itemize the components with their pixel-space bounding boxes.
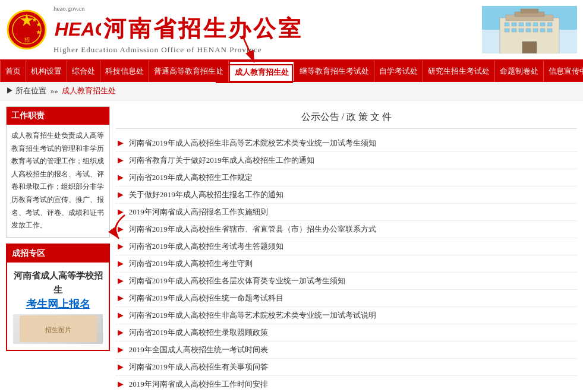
article-bullet: ► [116, 189, 125, 200]
sidebar-special-content: 河南省成人高等学校招生 考生网上报名 招生图片 [7, 263, 109, 350]
article-list-item: ►河南省2019年成人高校招生录取照顾政策 [116, 324, 577, 342]
heao-logo: HEAO [53, 13, 101, 44]
article-list-item: ►河南省2019年成人高校招生考试考生答题须知 [116, 238, 577, 255]
article-link[interactable]: 河南省2019年成人高校招生统一命题考试科目 [129, 293, 283, 304]
svg-text:HEAO: HEAO [55, 18, 101, 40]
article-bullet: ► [116, 276, 125, 286]
svg-text:招: 招 [24, 37, 30, 43]
svg-rect-24 [526, 29, 531, 32]
site-title-en: Higher Education Admission Office of HEN… [53, 45, 482, 55]
page-header: 招 heao.gov.cn HEAO 河南省招生办公室 Higher Educa… [0, 0, 583, 61]
nav-info-center[interactable]: 信息宣传中心 [544, 61, 583, 82]
svg-rect-22 [512, 29, 516, 32]
svg-rect-23 [519, 29, 524, 32]
sidebar-duties-title: 工作职责 [7, 107, 109, 125]
site-logo-text: HEAO 河南省招生办公室 [53, 13, 482, 44]
svg-rect-17 [526, 23, 531, 26]
svg-text:招生图片: 招生图片 [45, 326, 71, 333]
article-list-item: ►河南省2019年成人高校招生有关事项问答 [116, 359, 577, 376]
svg-rect-26 [540, 29, 545, 32]
article-bullet: ► [116, 241, 125, 252]
nav-postgrad[interactable]: 研究生招生考试处 [423, 61, 495, 82]
article-list-item: ►河南省教育厅关于做好2019年成人高校招生工作的通知 [116, 152, 577, 169]
article-link[interactable]: 河南省2019年成人高校招生工作规定 [129, 172, 253, 183]
article-list-item: ►河南省2019年成人高校招生考生守则 [116, 255, 577, 273]
sidebar-special-text: 河南省成人高等学校招生 [13, 268, 103, 297]
site-title-block: heao.gov.cn HEAO 河南省招生办公室 Higher Educati… [53, 5, 482, 55]
nav-continuing-edu[interactable]: 继等教育招生考试处 [295, 61, 374, 82]
article-bullet: ► [116, 344, 125, 355]
article-list-item: ►河南省2019年成人高校招生工作规定 [116, 169, 577, 186]
sidebar-duties-section: 工作职责 成人教育招生处负责成人高等教育招生考试的管理和非学历教育考试的管理工作… [6, 106, 110, 238]
sidebar-duties-content: 成人教育招生处负责成人高等教育招生考试的管理和非学历教育考试的管理工作；组织成人… [7, 125, 109, 237]
article-list-item: ►河南省2019年成人高校招生非高等艺术院校艺术类专业统一加试考试说明 [116, 307, 577, 324]
article-list-item: ►河南省2019年成人高校招生省辖市、省直管县（市）招生办公室联系方式 [116, 221, 577, 238]
article-link[interactable]: 河南省2019年成人高校招生各层次体育类专业统一加试考生须知 [129, 276, 345, 286]
svg-rect-14 [505, 23, 509, 26]
site-domain: heao.gov.cn [53, 5, 482, 12]
article-bullet: ► [116, 138, 125, 148]
article-link[interactable]: 河南省2019年成人高校招生非高等艺术院校艺术类专业统一加试考试说明 [129, 310, 376, 321]
svg-rect-25 [533, 29, 538, 32]
article-link[interactable]: 河南省2019年成人高校招生有关事项问答 [129, 362, 268, 372]
nav-institution[interactable]: 机构设置 [26, 61, 67, 82]
article-list-item: ►河南省2019年成人高校招生统一命题考试科目 [116, 290, 577, 307]
svg-rect-27 [547, 29, 552, 32]
article-link[interactable]: 河南省2019年成人高校招生录取照顾政策 [129, 327, 268, 338]
article-list-item: ►河南省2019年成人高校招生非高等艺术院校艺术类专业统一加试考生须知 [116, 135, 577, 152]
article-list-item: ►2019年全国成人高校招生统一考试时间表 [116, 342, 577, 359]
nav-general[interactable]: 综合处 [67, 61, 100, 82]
sidebar-special-title: 成招专区 [7, 245, 109, 263]
nav-exam-design[interactable]: 命题制卷处 [495, 61, 544, 82]
main-content: 工作职责 成人教育招生处负责成人高等教育招生考试的管理和非学历教育考试的管理工作… [0, 100, 583, 392]
article-link[interactable]: 2019年全国成人高校招生统一考试时间表 [129, 344, 268, 355]
svg-rect-13 [521, 9, 538, 13]
article-link[interactable]: 河南省2019年成人高校招生非高等艺术院校艺术类专业统一加试考生须知 [129, 138, 376, 148]
svg-rect-16 [519, 23, 524, 26]
article-link[interactable]: 河南省2019年成人高校招生省辖市、省直管县（市）招生办公室联系方式 [129, 224, 376, 235]
article-bullet: ► [116, 362, 125, 372]
sidebar-special-link[interactable]: 考生网上报名 [13, 297, 103, 311]
article-bullet: ► [116, 327, 125, 338]
article-list-item: ►2019年河南省成人高招报名工作实施细则 [116, 204, 577, 221]
sidebar: 工作职责 成人教育招生处负责成人高等教育招生考试的管理和非学历教育考试的管理工作… [6, 106, 110, 392]
svg-rect-21 [505, 29, 509, 32]
breadcrumb-home[interactable]: 所在位置 [15, 86, 46, 95]
article-bullet: ► [116, 379, 125, 390]
svg-rect-28 [522, 42, 537, 53]
article-bullet: ► [116, 224, 125, 235]
nav-bar: 首页 机构设置 综合处 科技信息处 普通高等教育招生处 成人教育招生处 继等教育… [0, 61, 583, 82]
article-area: 公示公告 / 政 策 文 件 ►河南省2019年成人高校招生非高等艺术院校艺术类… [116, 106, 577, 392]
article-link[interactable]: 2019年河南省成人高招报名工作实施细则 [129, 207, 268, 217]
arrow-container: ►河南省2019年成人高校招生非高等艺术院校艺术类专业统一加试考生须知►河南省教… [116, 135, 577, 392]
article-section-title: 公示公告 / 政 策 文 件 [116, 106, 577, 129]
nav-regular-edu[interactable]: 普通高等教育招生处 [149, 61, 229, 82]
article-link[interactable]: 河南省2019年成人高校招生考生守则 [129, 258, 253, 269]
nav-adult-edu[interactable]: 成人教育招生处 [229, 61, 295, 82]
nav-home[interactable]: 首页 [0, 61, 26, 82]
article-link[interactable]: 关于做好2019年成人高校招生报名工作的通知 [129, 189, 283, 200]
article-list-item: ►2019年河南省成人高校招生工作时间安排 [116, 376, 577, 392]
svg-rect-20 [547, 23, 552, 26]
building-image [482, 6, 577, 53]
article-bullet: ► [116, 293, 125, 304]
breadcrumb-current: 成人教育招生处 [62, 86, 116, 95]
sidebar-special-section: 成招专区 河南省成人高等学校招生 考生网上报名 招生图片 [6, 244, 110, 351]
article-bullet: ► [116, 207, 125, 217]
article-bullet: ► [116, 310, 125, 321]
breadcrumb: ▶ 所在位置 »» 成人教育招生处 [0, 82, 583, 100]
site-title-cn: 河南省招生办公室 [103, 14, 303, 44]
article-list-item: ►关于做好2019年成人高校招生报名工作的通知 [116, 186, 577, 204]
article-list: ►河南省2019年成人高校招生非高等艺术院校艺术类专业统一加试考生须知►河南省教… [116, 135, 577, 392]
article-link[interactable]: 2019年河南省成人高校招生工作时间安排 [129, 379, 268, 390]
article-link[interactable]: 河南省教育厅关于做好2019年成人高校招生工作的通知 [129, 155, 314, 166]
nav-self-study[interactable]: 自学考试处 [374, 61, 423, 82]
svg-rect-15 [512, 23, 516, 26]
article-list-item: ►河南省2019年成人高校招生各层次体育类专业统一加试考生须知 [116, 273, 577, 290]
nav-science[interactable]: 科技信息处 [100, 61, 149, 82]
article-bullet: ► [116, 258, 125, 269]
article-bullet: ► [116, 155, 125, 166]
article-link[interactable]: 河南省2019年成人高校招生考试考生答题须知 [129, 241, 283, 252]
sidebar-img: 招生图片 [13, 314, 103, 344]
svg-rect-19 [540, 23, 545, 26]
